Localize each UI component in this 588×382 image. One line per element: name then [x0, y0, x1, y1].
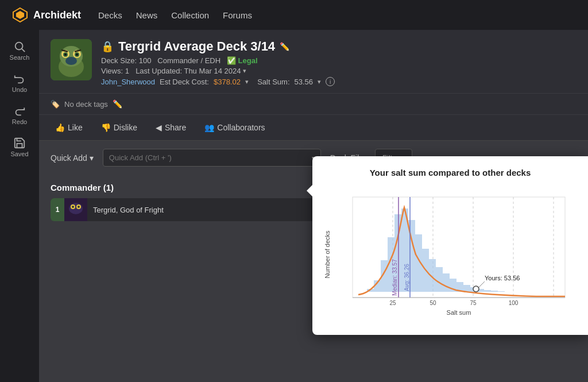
like-button[interactable]: 👍 Like: [51, 121, 87, 134]
logo[interactable]: Archidekt: [11, 6, 81, 24]
search-icon: [13, 40, 26, 53]
card-thumbnail: [64, 198, 87, 221]
edit-icon[interactable]: ✏️: [280, 42, 289, 51]
collaborators-label: Collaborators: [217, 123, 265, 132]
redo-icon: [13, 105, 26, 117]
svg-rect-47: [491, 291, 498, 292]
svg-text:Median: 33.57: Median: 33.57: [392, 259, 398, 296]
search-label: Search: [10, 54, 30, 61]
dislike-button[interactable]: 👎 Dislike: [96, 121, 142, 134]
svg-point-53: [473, 286, 479, 292]
chart-area: Number of decks: [324, 186, 577, 323]
svg-rect-48: [498, 291, 505, 292]
collaborators-button[interactable]: 👥 Collaborators: [200, 121, 269, 134]
deck-avatar: [51, 39, 92, 80]
like-label: Like: [68, 123, 83, 132]
deck-header: 🔒 Tergrid Average Deck 3/14 ✏️ Deck Size…: [39, 30, 588, 93]
nav-links: Decks News Collection Forums: [98, 10, 252, 20]
sidebar-redo[interactable]: Redo: [1, 100, 38, 130]
svg-point-21: [78, 206, 80, 208]
popup-arrow: [307, 185, 312, 196]
dislike-label: Dislike: [114, 123, 137, 132]
popup-title: Your salt sum compared to other decks: [324, 168, 577, 178]
quick-add-input-wrap: ▾: [103, 149, 321, 167]
deck-meta-views: Views: 1 Last Updated: Thu Mar 14 2024 ▾: [101, 67, 577, 75]
nav-forums[interactable]: Forums: [223, 10, 252, 20]
svg-text:50: 50: [430, 300, 436, 306]
salt-sum-dropdown[interactable]: ▾: [318, 78, 321, 86]
action-bar: 👍 Like 👎 Dislike ◀ Share 👥 Collaborators: [39, 114, 588, 140]
commander-avatar-image: [51, 39, 92, 80]
quick-add-button[interactable]: Quick Add ▾: [51, 153, 94, 163]
main-content: 🔒 Tergrid Average Deck 3/14 ✏️ Deck Size…: [39, 30, 588, 382]
svg-line-3: [22, 49, 25, 52]
like-icon: 👍: [55, 123, 65, 132]
est-cost-dropdown[interactable]: ▾: [245, 78, 249, 86]
quick-add-dropdown-icon: ▾: [90, 153, 94, 163]
left-sidebar: Search Undo Redo Saved: [0, 30, 39, 382]
svg-text:Avg: 36.26: Avg: 36.26: [404, 264, 410, 291]
last-updated-dropdown[interactable]: ▾: [243, 67, 246, 75]
svg-point-7: [65, 57, 77, 65]
salt-sum: 53.56: [295, 78, 314, 86]
svg-point-20: [72, 206, 74, 208]
nav-news[interactable]: News: [136, 10, 158, 20]
sidebar-search[interactable]: Search: [1, 36, 38, 65]
svg-rect-46: [484, 290, 491, 292]
svg-marker-1: [16, 11, 24, 19]
svg-text:Salt sum: Salt sum: [447, 309, 471, 316]
collaborators-icon: 👥: [204, 123, 214, 132]
save-icon: [13, 137, 26, 149]
dislike-icon: 👎: [101, 123, 111, 132]
deck-info: 🔒 Tergrid Average Deck 3/14 ✏️ Deck Size…: [101, 39, 577, 86]
top-nav: Archidekt Decks News Collection Forums: [0, 0, 588, 30]
undo-label: Undo: [12, 86, 27, 93]
salt-sum-info-icon[interactable]: i: [326, 77, 335, 86]
svg-rect-39: [436, 267, 443, 292]
nav-decks[interactable]: Decks: [98, 10, 122, 20]
svg-text:100: 100: [509, 300, 519, 306]
salt-popup: Your salt sum compared to other decks Nu…: [312, 156, 588, 335]
sidebar-saved[interactable]: Saved: [1, 132, 38, 162]
saved-label: Saved: [10, 151, 28, 157]
deck-title-row: 🔒 Tergrid Average Deck 3/14 ✏️: [101, 39, 577, 54]
owner-row: John_Sherwood Est Deck Cost: $378.02 ▾ S…: [101, 77, 577, 86]
svg-text:Yours: 53.56: Yours: 53.56: [485, 275, 520, 281]
no-deck-tags: No deck tags: [64, 100, 108, 109]
commander-section-title: Commander (1): [51, 183, 114, 192]
quick-add-label-text: Quick Add: [51, 153, 87, 163]
svg-rect-43: [463, 285, 470, 292]
tags-row: 🏷️ No deck tags ✏️: [39, 93, 588, 114]
share-label: Share: [165, 123, 186, 132]
quick-add-input[interactable]: [103, 149, 321, 167]
share-button[interactable]: ◀ Share: [151, 121, 191, 134]
svg-text:75: 75: [470, 300, 477, 306]
legal-badge: Legal: [238, 56, 258, 65]
tag-icon: 🏷️: [51, 100, 60, 109]
owner-name[interactable]: John_Sherwood: [101, 78, 155, 86]
salt-chart-svg: Number of decks: [324, 186, 577, 323]
svg-point-13: [76, 53, 78, 56]
redo-label: Redo: [12, 118, 27, 125]
deck-title: Tergrid Average Deck 3/14: [118, 39, 275, 54]
svg-point-2: [16, 43, 23, 50]
logo-text: Archidekt: [33, 9, 81, 21]
undo-icon: [13, 72, 26, 85]
svg-text:Number of decks: Number of decks: [324, 230, 331, 279]
svg-point-17: [69, 203, 83, 214]
svg-text:25: 25: [389, 300, 396, 306]
est-cost: $378.02: [214, 78, 241, 86]
nav-collection[interactable]: Collection: [171, 10, 209, 20]
tags-edit-icon[interactable]: ✏️: [113, 99, 122, 109]
deck-meta-size: Deck Size: 100 Commander / EDH ✅ Legal: [101, 56, 577, 65]
svg-point-12: [64, 53, 67, 56]
logo-icon: [11, 6, 29, 24]
svg-rect-40: [443, 273, 450, 292]
share-icon: ◀: [156, 123, 162, 132]
card-quantity: 1: [51, 198, 64, 221]
lock-icon: 🔒: [101, 40, 114, 53]
sidebar-undo[interactable]: Undo: [1, 68, 38, 98]
